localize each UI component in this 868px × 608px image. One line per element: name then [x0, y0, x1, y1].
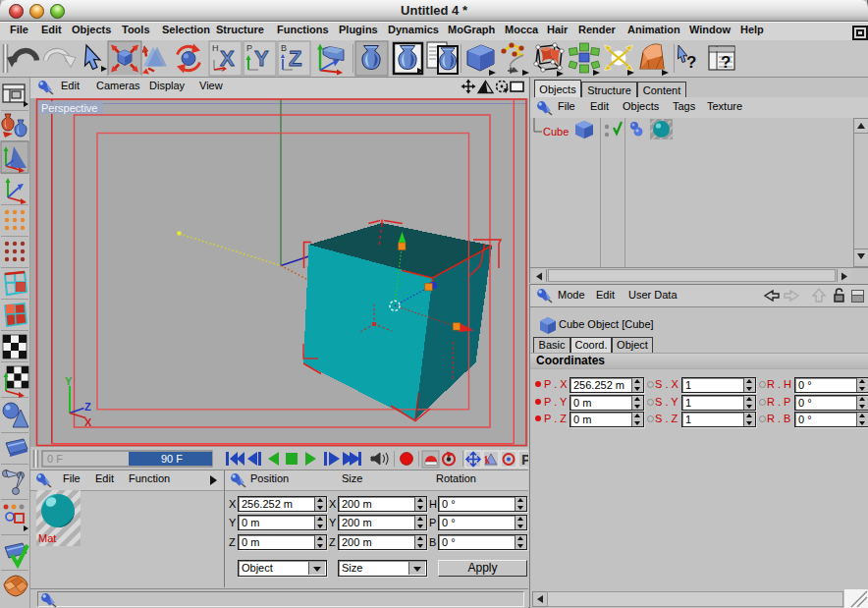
svg-text:Y: Y [65, 375, 73, 387]
svg-text:X: X [84, 416, 92, 428]
svg-text:Z: Z [84, 401, 91, 413]
svg-text:0 F: 0 F [47, 453, 63, 465]
svg-text:?: ? [721, 53, 731, 72]
svg-text:Cube: Cube [543, 126, 569, 138]
svg-text:90 F: 90 F [161, 453, 183, 465]
svg-text:Perspective: Perspective [41, 102, 97, 114]
svg-text:P: P [521, 451, 528, 468]
svg-text:P: P [246, 43, 252, 53]
svg-text:Y: Y [254, 46, 269, 71]
svg-text:X: X [220, 46, 235, 71]
svg-text:Mat: Mat [38, 532, 56, 544]
svg-text:?: ? [686, 53, 696, 72]
svg-text:Z: Z [289, 46, 301, 71]
svg-text:H: H [212, 43, 219, 53]
svg-text:B: B [281, 43, 287, 53]
